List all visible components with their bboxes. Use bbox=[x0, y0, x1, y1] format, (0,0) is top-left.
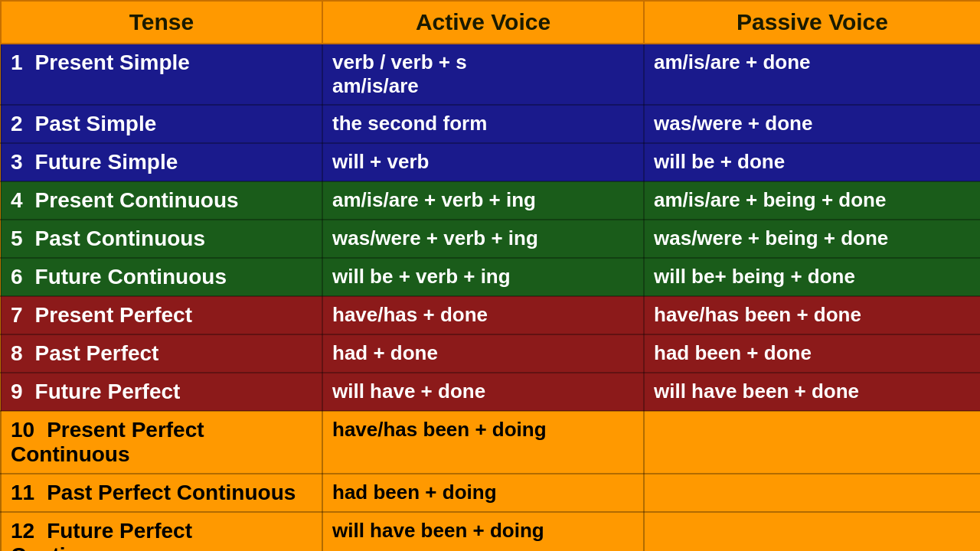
tense-cell: 12Future Perfect Continuous bbox=[1, 512, 322, 551]
tense-name: Future Continuous bbox=[35, 265, 227, 289]
row-number: 7 bbox=[11, 303, 23, 327]
row-number: 2 bbox=[11, 112, 23, 135]
tense-name: Future Simple bbox=[35, 150, 178, 174]
tense-name: Future Perfect Continuous bbox=[11, 519, 192, 551]
passive-voice-cell: have/has been + done bbox=[644, 296, 980, 334]
row-number: 9 bbox=[11, 380, 23, 403]
passive-voice-cell: am/is/are + being + done bbox=[644, 181, 980, 220]
tense-name: Past Continuous bbox=[35, 227, 205, 250]
grammar-table: Tense Active Voice Passive Voice 1Presen… bbox=[0, 0, 980, 551]
row-number: 1 bbox=[11, 51, 23, 74]
table-row: 9Future Perfectwill have + donewill have… bbox=[1, 373, 980, 411]
active-voice-cell: will + verb bbox=[322, 143, 644, 181]
tense-name: Past Simple bbox=[35, 112, 157, 135]
table-header: Tense Active Voice Passive Voice bbox=[1, 1, 980, 44]
row-number: 4 bbox=[11, 188, 23, 212]
active-voice-cell: have/has + done bbox=[322, 296, 644, 334]
table-row: 4Present Continuousam/is/are + verb + in… bbox=[1, 181, 980, 220]
row-number: 12 bbox=[11, 519, 34, 543]
header-active: Active Voice bbox=[322, 1, 644, 44]
passive-voice-cell bbox=[644, 474, 980, 512]
passive-voice-cell: will be + done bbox=[644, 143, 980, 181]
row-number: 8 bbox=[11, 341, 23, 365]
tense-cell: 7Present Perfect bbox=[1, 296, 322, 334]
row-number: 6 bbox=[11, 265, 23, 289]
tense-name: Past Perfect bbox=[35, 341, 159, 365]
active-voice-cell: the second form bbox=[322, 105, 644, 143]
tense-name: Present Continuous bbox=[35, 188, 239, 212]
active-voice-cell: have/has been + doing bbox=[322, 411, 644, 474]
tense-cell: 1Present Simple bbox=[1, 44, 322, 105]
table-row: 8Past Perfecthad + donehad been + done bbox=[1, 334, 980, 373]
tense-name: Present Simple bbox=[35, 51, 190, 74]
tense-cell: 5Past Continuous bbox=[1, 220, 322, 258]
table-row: 10Present Perfect Continuoushave/has bee… bbox=[1, 411, 980, 474]
tense-name: Present Perfect Continuous bbox=[11, 418, 204, 466]
row-number: 11 bbox=[11, 481, 34, 504]
active-voice-cell: was/were + verb + ing bbox=[322, 220, 644, 258]
passive-voice-cell: was/were + done bbox=[644, 105, 980, 143]
active-voice-cell: had + done bbox=[322, 334, 644, 373]
tense-cell: 6Future Continuous bbox=[1, 258, 322, 296]
table-row: 2Past Simplethe second formwas/were + do… bbox=[1, 105, 980, 143]
passive-voice-cell: was/were + being + done bbox=[644, 220, 980, 258]
tense-name: Future Perfect bbox=[35, 380, 181, 403]
tense-name: Present Perfect bbox=[35, 303, 192, 327]
active-voice-cell: will have been + doing bbox=[322, 512, 644, 551]
tense-cell: 4Present Continuous bbox=[1, 181, 322, 220]
tense-cell: 10Present Perfect Continuous bbox=[1, 411, 322, 474]
passive-voice-cell: am/is/are + done bbox=[644, 44, 980, 105]
table-row: 3Future Simplewill + verbwill be + done bbox=[1, 143, 980, 181]
tense-cell: 2Past Simple bbox=[1, 105, 322, 143]
tense-cell: 11Past Perfect Continuous bbox=[1, 474, 322, 512]
passive-voice-cell bbox=[644, 411, 980, 474]
table-row: 5Past Continuouswas/were + verb + ingwas… bbox=[1, 220, 980, 258]
tense-cell: 3Future Simple bbox=[1, 143, 322, 181]
table-body: 1Present Simpleverb / verb + s am/is/are… bbox=[1, 44, 980, 551]
row-number: 5 bbox=[11, 227, 23, 250]
row-number: 10 bbox=[11, 418, 34, 442]
passive-voice-cell: had been + done bbox=[644, 334, 980, 373]
table-row: 6Future Continuouswill be + verb + ingwi… bbox=[1, 258, 980, 296]
header-passive: Passive Voice bbox=[644, 1, 980, 44]
active-voice-cell: had been + doing bbox=[322, 474, 644, 512]
table-row: 7Present Perfecthave/has + donehave/has … bbox=[1, 296, 980, 334]
table-row: 1Present Simpleverb / verb + s am/is/are… bbox=[1, 44, 980, 105]
table-row: 12Future Perfect Continuouswill have bee… bbox=[1, 512, 980, 551]
row-number: 3 bbox=[11, 150, 23, 174]
table-row: 11Past Perfect Continuoushad been + doin… bbox=[1, 474, 980, 512]
active-voice-cell: will have + done bbox=[322, 373, 644, 411]
active-voice-cell: will be + verb + ing bbox=[322, 258, 644, 296]
active-voice-cell: am/is/are + verb + ing bbox=[322, 181, 644, 220]
tense-cell: 9Future Perfect bbox=[1, 373, 322, 411]
passive-voice-cell: will be+ being + done bbox=[644, 258, 980, 296]
passive-voice-cell: will have been + done bbox=[644, 373, 980, 411]
tense-cell: 8Past Perfect bbox=[1, 334, 322, 373]
tense-name: Past Perfect Continuous bbox=[47, 481, 296, 504]
header-tense: Tense bbox=[1, 1, 322, 44]
passive-voice-cell bbox=[644, 512, 980, 551]
active-voice-cell: verb / verb + s am/is/are bbox=[322, 44, 644, 105]
